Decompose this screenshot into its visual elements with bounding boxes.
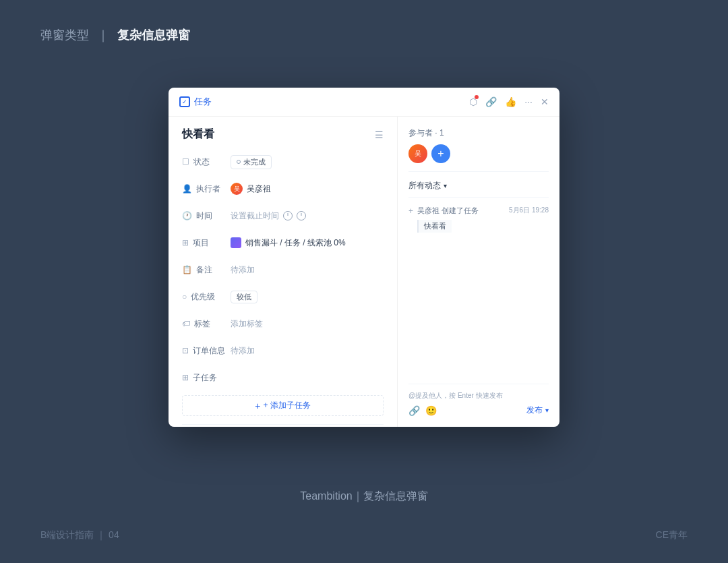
field-status: ☐ 状态 未完成 [182,152,384,171]
field-assignee: 👤 执行者 吴 吴彦祖 [182,179,384,198]
header-separator: ｜ [97,27,109,43]
chevron-down-icon: ▾ [444,182,447,189]
activities-filter[interactable]: 所有动态 ▾ [408,180,447,191]
activity-plus-icon: + [408,206,413,216]
modal-body: 快看看 ☰ ☐ 状态 未完成 👤 [169,117,559,427]
more-action[interactable]: ··· [524,96,533,107]
task-icon [179,96,190,107]
activity-item: + 吴彦祖 创建了任务 5月6日 19:28 快看看 [408,206,549,233]
order-icon: ⊡ [182,346,189,355]
note-icon: 📋 [182,265,192,274]
field-label-tags: 🏷 标签 [182,318,231,330]
activity-meta: 吴彦祖 创建了任务 5月6日 19:28 [417,206,549,216]
field-value-priority[interactable]: 较低 [231,291,257,303]
tag-icon: 🏷 [182,319,190,328]
modal-title-area: 任务 [179,96,212,108]
field-value-order[interactable]: 待添加 [231,345,255,357]
priority-badge[interactable]: 较低 [231,291,257,303]
activities-section: 所有动态 ▾ + 吴彦祖 创建了任务 5月6日 19:28 快看看 [408,180,549,384]
modal-header: 任务 ⬡ 🔗 👍 ··· ✕ [169,88,559,117]
subtask-icon: ⊞ [182,373,189,382]
activity-tag: 快看看 [417,220,452,233]
field-value-status[interactable]: 未完成 [231,155,272,169]
field-label-time: 🕐 时间 [182,210,231,222]
comment-hint: @提及他人，按 Enter 快速发布 [408,391,549,401]
participants-label: 参与者 · 1 [408,127,549,139]
field-value-assignee[interactable]: 吴 吴彦祖 [231,183,271,195]
field-label-order: ⊡ 订单信息 [182,345,231,357]
timer-icon [297,211,306,220]
header-title: 复杂信息弹窗 [117,27,190,43]
close-action[interactable]: ✕ [541,96,549,107]
modal-right-panel: 参与者 · 1 吴 + 所有动态 ▾ + [398,117,559,427]
participants-row: 吴 + [408,144,549,163]
field-label-status: ☐ 状态 [182,156,231,168]
status-badge[interactable]: 未完成 [231,155,272,169]
comment-section: @提及他人，按 Enter 快速发布 🔗 🙂 发布 ▾ [408,384,549,416]
add-subtask-button[interactable]: + + 添加子任务 [182,395,384,416]
status-icon: ☐ [182,157,189,167]
assignee-avatar: 吴 [231,183,243,195]
grid-icon: ⊞ [182,238,189,247]
page-footer: B端设计指南 ｜ 04 CE青年 [40,529,688,541]
field-time: 🕐 时间 设置截止时间 [182,206,384,225]
clock-small-icon [283,211,293,220]
attachment-icon[interactable]: 🔗 [408,405,420,416]
center-label: Teambition｜复杂信息弹窗 [0,490,728,504]
participant-avatar: 吴 [408,144,427,163]
field-value-time[interactable]: 设置截止时间 [231,210,306,222]
field-subtask-label: ⊞ 子任务 [182,368,384,387]
footer-left: B端设计指南 ｜ 04 [40,529,119,541]
time-icons [283,211,306,220]
field-label-project: ⊞ 项目 [182,237,231,249]
field-priority: ○ 优先级 较低 [182,287,384,306]
section-divider [182,424,384,425]
comment-icons: 🔗 🙂 [408,405,437,416]
person-icon: 👤 [182,184,192,194]
comment-actions: 🔗 🙂 发布 ▾ [408,405,549,416]
field-order-info: ⊡ 订单信息 待添加 [182,341,384,360]
participants-section: 参与者 · 1 吴 + [408,127,549,163]
add-participant-button[interactable]: + [431,144,450,163]
page-header: 弹窗类型 ｜ 复杂信息弹窗 [40,27,190,43]
field-label-priority: ○ 优先级 [182,291,231,303]
activity-content: 吴彦祖 创建了任务 5月6日 19:28 快看看 [417,206,549,233]
activity-actor: 吴彦祖 创建了任务 [417,206,479,216]
flag-icon: ○ [182,292,187,301]
field-label-subtask: ⊞ 子任务 [182,372,231,384]
project-icon [231,237,241,248]
task-title-row: 快看看 ☰ [182,127,384,142]
task-title: 快看看 [182,127,214,142]
like-action[interactable]: 👍 [505,96,516,107]
header-prefix: 弹窗类型 [40,27,89,43]
plus-icon: + [255,401,260,411]
field-value-tags[interactable]: 添加标签 [231,318,263,330]
link-action[interactable]: 🔗 [485,96,497,107]
modal-left-panel: 快看看 ☰ ☐ 状态 未完成 👤 [169,117,398,427]
expand-action[interactable]: ⬡ [469,96,477,107]
clock-icon: 🕐 [182,211,192,220]
field-tags: 🏷 标签 添加标签 [182,314,384,333]
field-note: 📋 备注 待添加 [182,260,384,279]
modal: 任务 ⬡ 🔗 👍 ··· ✕ 快看看 ☰ ☐ 状态 [169,88,559,427]
field-project: ⊞ 项目 销售漏斗 / 任务 / 线索池 0% [182,233,384,252]
activity-time: 5月6日 19:28 [509,206,549,216]
modal-title-label: 任务 [194,96,212,108]
field-value-note[interactable]: 待添加 [231,264,255,276]
participants-divider [408,171,549,172]
field-value-project[interactable]: 销售漏斗 / 任务 / 线索池 0% [231,237,346,249]
publish-arrow-icon: ▾ [545,407,549,414]
publish-button[interactable]: 发布 ▾ [526,405,549,416]
field-label-note: 📋 备注 [182,264,231,276]
status-dot [237,160,241,164]
task-menu-icon[interactable]: ☰ [375,129,384,140]
emoji-icon[interactable]: 🙂 [425,405,437,416]
modal-header-actions: ⬡ 🔗 👍 ··· ✕ [469,96,549,107]
footer-right: CE青年 [656,529,688,541]
activities-header: 所有动态 ▾ [408,180,549,198]
field-label-assignee: 👤 执行者 [182,183,231,195]
